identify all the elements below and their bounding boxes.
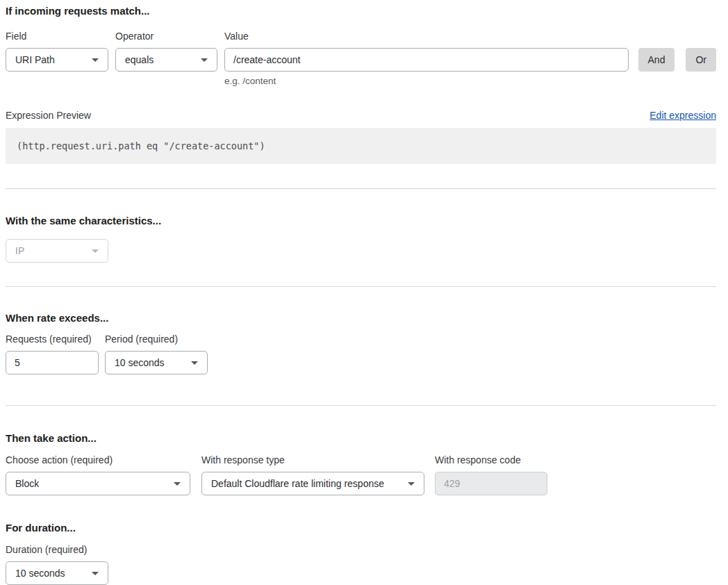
field-group: Field URI Path: [6, 31, 108, 72]
operator-label: Operator: [115, 31, 217, 42]
field-select[interactable]: URI Path: [6, 48, 108, 72]
duration-group: Duration (required) 10 seconds: [6, 544, 108, 585]
action-select-value: Block: [15, 478, 39, 489]
value-group: Value e.g. /content: [224, 31, 629, 87]
response-type-label: With response type: [201, 454, 424, 466]
condition-row: Field URI Path Operator equals Value e.g…: [6, 31, 716, 87]
section-divider: [6, 188, 716, 189]
value-label: Value: [224, 31, 629, 42]
period-select[interactable]: 10 seconds: [105, 351, 208, 374]
rate-section-heading: When rate exceeds...: [6, 312, 716, 324]
field-select-value: URI Path: [15, 54, 55, 65]
operator-select[interactable]: equals: [115, 48, 217, 72]
expression-preview-code: (http.request.uri.path eq "/create-accou…: [6, 128, 716, 164]
duration-select[interactable]: 10 seconds: [6, 561, 108, 585]
chevron-down-icon: [92, 249, 99, 253]
response-type-group: With response type Default Cloudflare ra…: [201, 454, 424, 495]
chevron-down-icon: [191, 361, 198, 365]
period-select-value: 10 seconds: [115, 357, 165, 368]
expression-preview-label: Expression Preview: [6, 110, 91, 122]
action-group: Choose action (required) Block: [6, 454, 190, 495]
response-type-select-value: Default Cloudflare rate limiting respons…: [211, 478, 384, 489]
characteristic-select: IP: [6, 239, 108, 263]
or-button[interactable]: Or: [686, 48, 716, 72]
response-code-input: [435, 472, 547, 495]
action-row: Choose action (required) Block With resp…: [6, 454, 716, 495]
edit-expression-link[interactable]: Edit expression: [650, 110, 716, 122]
operator-select-value: equals: [125, 54, 154, 65]
response-type-select[interactable]: Default Cloudflare rate limiting respons…: [201, 472, 424, 495]
value-input[interactable]: [224, 48, 629, 72]
duration-label: Duration (required): [6, 544, 108, 556]
rate-row: Requests (required) Period (required) 10…: [6, 333, 716, 374]
response-code-label: With response code: [435, 454, 547, 466]
chevron-down-icon: [92, 572, 99, 575]
section-divider: [6, 405, 716, 406]
duration-select-value: 10 seconds: [15, 568, 65, 579]
section-divider: [6, 286, 716, 287]
chevron-down-icon: [408, 482, 415, 486]
characteristic-select-value: IP: [15, 245, 24, 256]
condition-logic-buttons: And Or: [638, 31, 716, 72]
duration-section-heading: For duration...: [6, 522, 716, 534]
expression-preview-header: Expression Preview Edit expression: [6, 110, 716, 122]
characteristics-section-heading: With the same characteristics...: [6, 215, 716, 227]
action-label: Choose action (required): [6, 454, 190, 466]
value-helper-text: e.g. /content: [224, 76, 629, 87]
operator-group: Operator equals: [115, 31, 217, 72]
requests-label: Requests (required): [6, 333, 99, 345]
chevron-down-icon: [92, 58, 99, 62]
field-label: Field: [6, 31, 108, 42]
requests-group: Requests (required): [6, 333, 99, 374]
rate-limiting-rule-form: If incoming requests match... Field URI …: [0, 0, 728, 585]
period-group: Period (required) 10 seconds: [105, 333, 208, 374]
requests-input[interactable]: [6, 351, 99, 374]
match-section-heading: If incoming requests match...: [6, 5, 716, 17]
period-label: Period (required): [105, 333, 208, 345]
action-select[interactable]: Block: [6, 472, 190, 495]
and-button[interactable]: And: [638, 48, 675, 72]
response-code-group: With response code: [435, 454, 547, 495]
chevron-down-icon: [174, 482, 181, 486]
chevron-down-icon: [201, 58, 208, 62]
action-section-heading: Then take action...: [6, 432, 716, 445]
